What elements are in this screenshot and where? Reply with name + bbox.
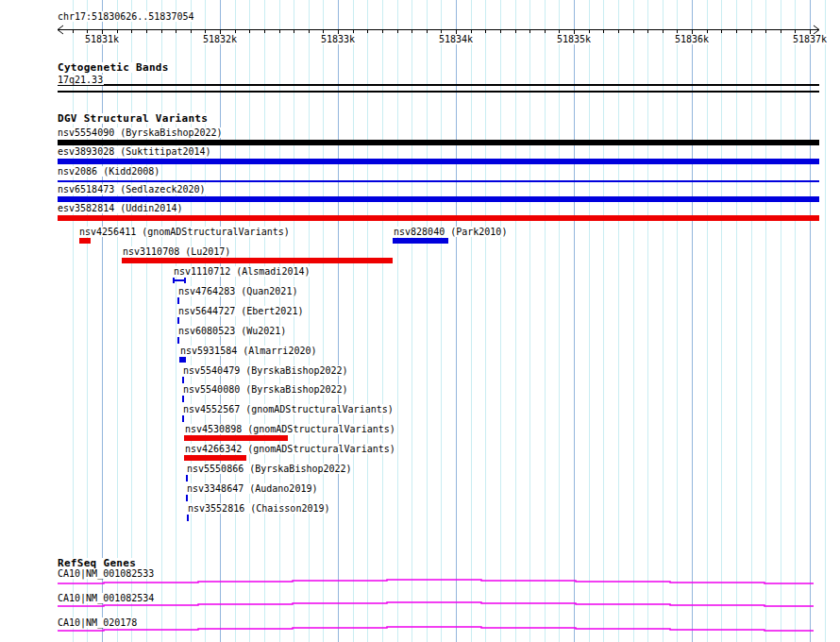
ruler-tick-label: 51831k: [84, 34, 120, 44]
variant-bar[interactable]: [393, 238, 448, 244]
variant-label[interactable]: nsv5540080 (ByrskaBishop2022): [182, 384, 349, 395]
ruler-tick: [647, 29, 648, 33]
variant-tick[interactable]: [186, 495, 188, 501]
variant-label[interactable]: nsv828040 (Park2010): [393, 227, 508, 237]
gridline-minor: [279, 0, 280, 642]
variant-label[interactable]: nsv4266342 (gnomADStructuralVariants): [184, 444, 396, 454]
variant-label[interactable]: nsv4256411 (gnomADStructuralVariants): [78, 227, 291, 237]
gene-line[interactable]: [58, 580, 814, 583]
gridline-minor: [176, 0, 176, 642]
gene-line[interactable]: [58, 602, 814, 606]
variant-tick[interactable]: [186, 475, 188, 482]
variant-bar[interactable]: [58, 196, 819, 202]
gridline-minor: [707, 0, 708, 642]
ruler-tick: [73, 29, 74, 33]
variant-label[interactable]: esv3893028 (Suktitipat2014): [57, 146, 212, 157]
ruler-tick: [618, 29, 619, 33]
variant-label[interactable]: esv3582814 (Uddin2014): [57, 203, 183, 213]
variant-bar[interactable]: [58, 215, 819, 221]
ruler-tick: [279, 29, 280, 33]
gridline-minor: [677, 0, 678, 642]
gridline-minor: [589, 0, 590, 642]
variant-bar[interactable]: [58, 140, 819, 145]
variant-label[interactable]: nsv4552567 (gnomADStructuralVariants): [182, 404, 395, 414]
gridline-minor: [485, 0, 486, 642]
ruler-tick: [500, 29, 501, 33]
ruler-tick: [205, 29, 206, 33]
variant-label[interactable]: nsv3110708 (Lu2017): [122, 246, 231, 257]
variant-label[interactable]: nsv5644727 (Ebert2021): [177, 306, 304, 316]
gene-label[interactable]: CA10|NM_001082534: [57, 593, 155, 603]
variant-bar[interactable]: [184, 435, 288, 441]
variant-square[interactable]: [179, 357, 186, 363]
variant-label[interactable]: nsv3552816 (Chaisson2019): [187, 503, 331, 514]
variant-label[interactable]: nsv2086 (Kidd2008): [57, 166, 160, 177]
gene-label[interactable]: CA10|NM_020178: [57, 617, 138, 628]
ruler-tick: [781, 29, 781, 33]
gridline-minor: [309, 0, 310, 642]
gridline-minor: [235, 0, 236, 642]
ruler-tick-label: 51835k: [556, 34, 592, 44]
variant-tick[interactable]: [177, 337, 179, 344]
variant-tick[interactable]: [182, 377, 184, 383]
gridline-minor: [633, 0, 634, 642]
ruler-tick: [264, 29, 265, 33]
gridline-minor: [427, 0, 428, 642]
gridline-minor: [647, 0, 648, 642]
gridline-minor: [412, 0, 412, 642]
gene-label[interactable]: CA10|NM_001082533: [57, 568, 155, 579]
variant-ibeam[interactable]: [173, 278, 186, 283]
gridline-major: [574, 0, 575, 642]
gridline-minor: [161, 0, 162, 642]
gridline-minor: [367, 0, 368, 642]
variant-label[interactable]: nsv5554090 (ByrskaBishop2022): [57, 127, 224, 138]
gridline-minor: [781, 0, 781, 642]
variant-label[interactable]: nsv6518473 (Sedlazeck2020): [57, 184, 207, 194]
gridline-minor: [529, 0, 530, 642]
variant-tick[interactable]: [177, 317, 179, 324]
vector-overlay: [0, 0, 840, 642]
variant-tick[interactable]: [182, 415, 184, 422]
gridline-minor: [294, 0, 294, 642]
ruler-tick: [161, 29, 162, 33]
ruler-tick: [471, 29, 472, 33]
variant-label[interactable]: nsv6080523 (Wu2021): [177, 326, 287, 336]
gridline-minor: [117, 0, 118, 642]
variant-tick[interactable]: [177, 297, 179, 304]
variant-label[interactable]: nsv3348647 (Audano2019): [186, 483, 318, 494]
section-title-refseq: RefSeq Genes: [57, 558, 137, 568]
ruler-tick: [589, 29, 590, 33]
variant-label[interactable]: nsv4764283 (Quan2021): [177, 286, 298, 296]
variant-bar[interactable]: [79, 238, 91, 244]
variant-bar[interactable]: [58, 159, 819, 164]
gridline-minor: [736, 0, 737, 642]
ruler-tick: [87, 29, 88, 33]
variant-tick[interactable]: [187, 515, 189, 521]
variant-label[interactable]: nsv5550866 (ByrskaBishop2022): [186, 464, 353, 474]
gridline-major: [338, 0, 339, 642]
variant-bar[interactable]: [122, 258, 393, 263]
variant-bar[interactable]: [58, 180, 819, 182]
gene-line[interactable]: [58, 627, 814, 631]
ruler-tick: [323, 29, 324, 33]
gridline-minor: [721, 0, 722, 642]
ruler-tick: [412, 29, 412, 33]
ruler-tick: [146, 29, 147, 33]
ruler-tick: [795, 29, 796, 33]
gridline-minor: [146, 0, 147, 642]
genome-browser: chr17:51830626..51837054 51831k51832k518…: [0, 0, 840, 642]
variant-tick[interactable]: [182, 396, 184, 402]
cytoband-label[interactable]: 17q21.33: [57, 75, 104, 85]
variant-label[interactable]: nsv1110712 (Alsmadi2014): [173, 266, 311, 277]
variant-label[interactable]: nsv5931584 (Almarri2020): [179, 346, 318, 356]
ruler-tick-label: 51833k: [320, 34, 356, 44]
ruler-tick: [176, 29, 176, 33]
variant-bar[interactable]: [184, 455, 246, 461]
gridline-minor: [825, 0, 826, 642]
section-title-cytobands: Cytogenetic Bands: [57, 62, 170, 73]
ruler-tick: [117, 29, 118, 33]
gridline-minor: [397, 0, 398, 642]
gridline-minor: [353, 0, 354, 642]
variant-label[interactable]: nsv5540479 (ByrskaBishop2022): [182, 365, 349, 376]
variant-label[interactable]: nsv4530898 (gnomADStructuralVariants): [184, 424, 396, 434]
